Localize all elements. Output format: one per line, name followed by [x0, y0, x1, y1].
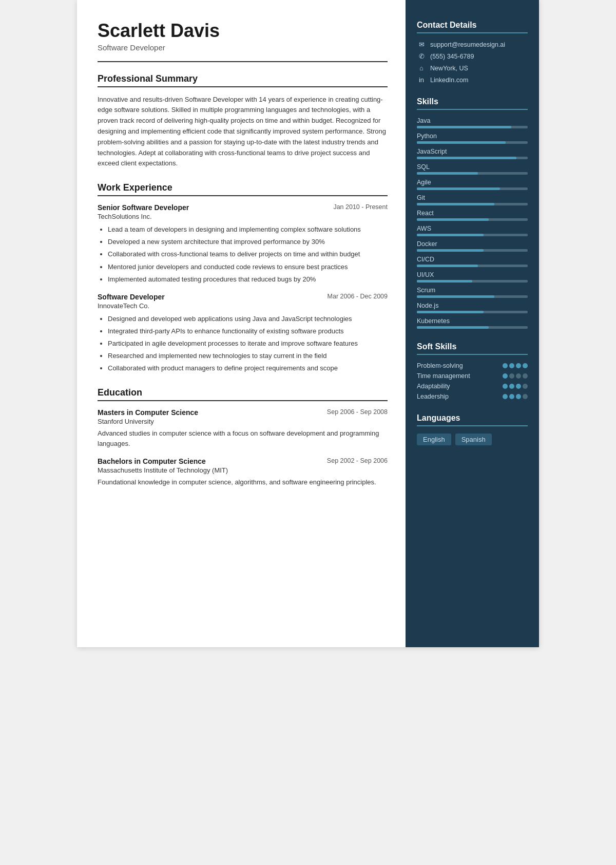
skill-name: CI/CD [417, 256, 528, 263]
skill-bar-bg [417, 172, 528, 175]
soft-skills-container: Problem-solving Time management Adaptabi… [417, 362, 528, 400]
skill-name: Scrum [417, 287, 528, 294]
job-dates: Mar 2006 - Dec 2009 [328, 293, 388, 300]
skill-bar-fill [417, 187, 500, 190]
contact-item: ✉ support@resumedesign.ai [417, 41, 528, 48]
contact-text: NewYork, US [430, 65, 468, 72]
contact-icon: ✆ [417, 52, 426, 60]
edu-degree: Masters in Computer Science [98, 408, 198, 417]
skill-row: AWS [417, 225, 528, 236]
summary-title: Professional Summary [98, 73, 388, 87]
soft-skill-dots [503, 363, 528, 368]
skill-name: Docker [417, 240, 528, 248]
soft-skill-row: Adaptability [417, 383, 528, 390]
contact-icon: in [417, 76, 426, 84]
work-experience-title: Work Experience [98, 182, 388, 196]
skill-name: JavaScript [417, 148, 528, 155]
candidate-title: Software Developer [98, 43, 388, 52]
edu-desc: Foundational knowledge in computer scien… [98, 477, 388, 487]
contact-icon: ✉ [417, 41, 426, 48]
dot-filled [516, 394, 521, 399]
skill-row: UI/UX [417, 271, 528, 283]
dot-filled [509, 394, 514, 399]
contact-text: LinkedIn.com [430, 77, 468, 84]
skill-bar-bg [417, 311, 528, 313]
job-entry: Senior Software Developer Jan 2010 - Pre… [98, 203, 388, 285]
edu-dates: Sep 2002 - Sep 2006 [327, 457, 388, 464]
name-section: Scarlett Davis Software Developer [98, 21, 388, 52]
skill-bar-bg [417, 203, 528, 205]
skill-bar-fill [417, 203, 494, 205]
education-title: Education [98, 387, 388, 401]
edu-entry: Masters in Computer Science Sep 2006 - S… [98, 408, 388, 449]
header-divider [98, 61, 388, 62]
soft-skill-name: Adaptability [417, 383, 503, 390]
dot-filled [503, 373, 508, 379]
skill-bar-fill [417, 311, 484, 313]
edu-degree: Bachelors in Computer Science [98, 457, 206, 465]
edu-container: Masters in Computer Science Sep 2006 - S… [98, 408, 388, 487]
skill-bar-fill [417, 141, 506, 144]
skill-name: React [417, 210, 528, 217]
skill-bar-bg [417, 295, 528, 298]
contact-icon: ⌂ [417, 64, 426, 72]
contact-title: Contact Details [417, 21, 528, 33]
soft-skill-row: Leadership [417, 393, 528, 400]
skill-bar-fill [417, 280, 472, 283]
language-tag: Spanish [455, 434, 492, 445]
skill-bar-fill [417, 172, 478, 175]
skill-row: Git [417, 194, 528, 205]
dot-empty [523, 373, 528, 379]
skill-bar-bg [417, 234, 528, 236]
soft-skill-dots [503, 373, 528, 379]
dot-filled [503, 394, 508, 399]
dot-filled [516, 384, 521, 389]
lang-container: EnglishSpanish [417, 434, 528, 445]
skill-name: Java [417, 117, 528, 124]
soft-skill-row: Time management [417, 372, 528, 380]
soft-skill-dots [503, 384, 528, 389]
skill-row: Node.js [417, 302, 528, 313]
skill-bar-bg [417, 157, 528, 159]
job-title-name: Senior Software Developer [98, 203, 189, 212]
skill-row: Java [417, 117, 528, 128]
skill-bar-fill [417, 295, 494, 298]
skill-bar-bg [417, 265, 528, 267]
edu-school: Stanford University [98, 418, 388, 425]
skill-bar-fill [417, 265, 478, 267]
work-experience-section: Work Experience Senior Software Develope… [98, 182, 388, 373]
dot-filled [509, 363, 514, 368]
dot-empty [516, 373, 521, 379]
soft-skill-name: Leadership [417, 393, 503, 400]
dot-filled [516, 363, 521, 368]
soft-skill-dots [503, 394, 528, 399]
skill-name: Python [417, 133, 528, 140]
skill-bar-bg [417, 141, 528, 144]
skill-row: Docker [417, 240, 528, 252]
edu-dates: Sep 2006 - Sep 2008 [327, 408, 388, 416]
skill-name: Git [417, 194, 528, 201]
skill-row: Agile [417, 179, 528, 190]
skill-bar-bg [417, 218, 528, 221]
edu-entry: Bachelors in Computer Science Sep 2002 -… [98, 457, 388, 487]
skills-section: Skills Java Python JavaScript SQL Agile … [417, 97, 528, 329]
skill-bar-fill [417, 126, 511, 128]
dot-empty [523, 394, 528, 399]
candidate-name: Scarlett Davis [98, 21, 388, 41]
skill-name: UI/UX [417, 271, 528, 278]
job-entry: Software Developer Mar 2006 - Dec 2009 I… [98, 293, 388, 374]
education-section: Education Masters in Computer Science Se… [98, 387, 388, 487]
dot-empty [523, 384, 528, 389]
job-bullet: Researched and implemented new technolog… [108, 351, 388, 361]
skills-container: Java Python JavaScript SQL Agile Git Rea… [417, 117, 528, 329]
skill-name: SQL [417, 163, 528, 171]
skill-name: Node.js [417, 302, 528, 309]
company-name: TechSolutions Inc. [98, 213, 388, 220]
soft-skill-row: Problem-solving [417, 362, 528, 369]
job-bullet: Implemented automated testing procedures… [108, 274, 388, 285]
job-bullets: Designed and developed web applications … [98, 314, 388, 374]
job-bullet: Mentored junior developers and conducted… [108, 262, 388, 272]
job-bullet: Integrated third-party APIs to enhance f… [108, 326, 388, 336]
dot-filled [523, 363, 528, 368]
job-bullet: Collaborated with cross-functional teams… [108, 249, 388, 259]
